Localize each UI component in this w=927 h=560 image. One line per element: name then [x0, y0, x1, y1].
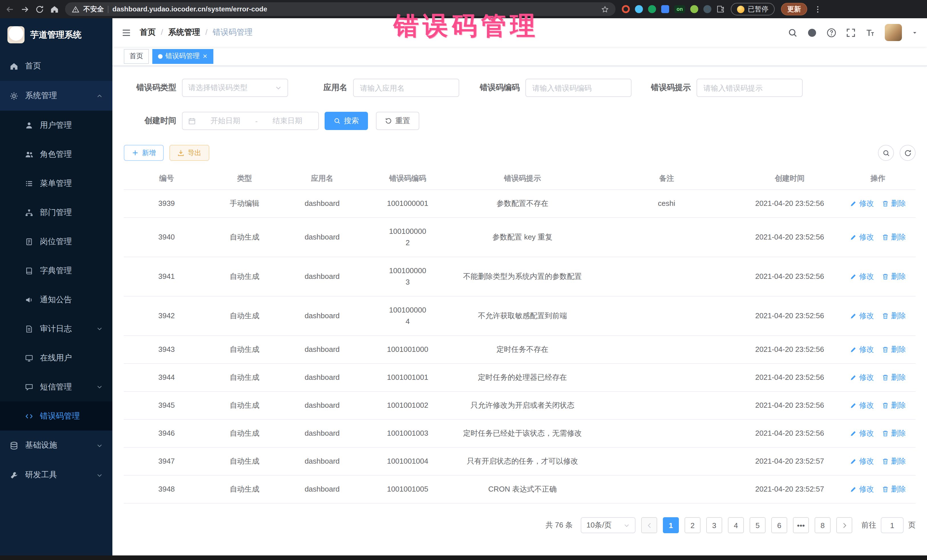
sidebar-subitem[interactable]: 通知公告 — [0, 285, 112, 314]
extension-icon[interactable] — [622, 5, 630, 13]
edit-link[interactable]: 修改 — [850, 271, 874, 282]
delete-link[interactable]: 删除 — [882, 456, 906, 467]
sidebar-item-home[interactable]: 首页 — [0, 51, 112, 81]
sidebar-subitem[interactable]: 菜单管理 — [0, 169, 112, 198]
caret-down-icon[interactable] — [912, 29, 918, 36]
app-title: 芋道管理系统 — [30, 29, 82, 40]
sidebar-subitem[interactable]: 用户管理 — [0, 111, 112, 140]
filter-hint: 错误码提示 — [651, 79, 802, 97]
cell-code: 1001001000 — [365, 336, 451, 363]
sidebar-subitem[interactable]: 角色管理 — [0, 140, 112, 169]
sidebar-item-infra[interactable]: 基础设施 — [0, 431, 112, 460]
error-type-select[interactable]: 请选择错误码类型 — [182, 79, 288, 97]
browser-home-icon[interactable] — [50, 5, 59, 14]
delete-link[interactable]: 删除 — [882, 400, 906, 411]
sidebar-item-system[interactable]: 系统管理 — [0, 81, 112, 111]
forward-icon[interactable] — [21, 5, 29, 14]
fullscreen-icon[interactable] — [846, 28, 856, 37]
add-button[interactable]: 新增 — [124, 145, 164, 161]
delete-link[interactable]: 删除 — [882, 344, 906, 355]
page-button[interactable]: 1 — [663, 517, 679, 533]
tab-dot-icon — [158, 54, 163, 58]
tab-close-icon[interactable] — [202, 54, 208, 59]
sidebar-subitem[interactable]: 岗位管理 — [0, 227, 112, 256]
delete-link[interactable]: 删除 — [882, 198, 906, 209]
delete-link[interactable]: 删除 — [882, 372, 906, 383]
error-hint-input[interactable] — [696, 79, 802, 97]
edit-link[interactable]: 修改 — [850, 310, 874, 322]
extension-icon[interactable] — [635, 5, 643, 13]
help-icon[interactable] — [827, 28, 836, 37]
sidebar-subitem[interactable]: 字典管理 — [0, 256, 112, 285]
tab[interactable]: 首页 — [124, 49, 149, 64]
page-button[interactable]: ••• — [793, 517, 809, 533]
toggle-search-icon[interactable] — [878, 145, 894, 161]
breadcrumb-item[interactable]: 系统管理 — [156, 27, 200, 38]
extension-icon[interactable] — [661, 5, 669, 13]
reset-button[interactable]: 重置 — [376, 112, 419, 130]
edit-link-label: 修改 — [859, 232, 874, 243]
edit-link[interactable]: 修改 — [850, 372, 874, 383]
delete-link[interactable]: 删除 — [882, 428, 906, 439]
bookmark-star-icon[interactable] — [601, 5, 609, 13]
page-button[interactable]: 8 — [815, 517, 831, 533]
edit-link[interactable]: 修改 — [850, 232, 874, 243]
edit-link[interactable]: 修改 — [850, 344, 874, 355]
reload-icon[interactable] — [35, 5, 44, 14]
page-size-select[interactable]: 10条/页 — [581, 517, 635, 533]
page-button[interactable]: 3 — [706, 517, 722, 533]
next-page-button[interactable] — [836, 517, 852, 533]
cell-id: 3941 — [124, 263, 209, 290]
back-icon[interactable] — [6, 5, 14, 14]
extension-icon[interactable] — [648, 5, 656, 13]
font-size-icon[interactable] — [865, 28, 875, 37]
delete-link[interactable]: 删除 — [882, 271, 906, 282]
sidebar-toggle-icon[interactable] — [122, 28, 131, 37]
export-button[interactable]: 导出 — [169, 145, 209, 161]
edit-link[interactable]: 修改 — [850, 400, 874, 411]
refresh-table-icon[interactable] — [900, 145, 916, 161]
logo[interactable]: 芋道管理系统 — [0, 18, 112, 51]
page-button[interactable]: 2 — [685, 517, 701, 533]
search-button[interactable]: 搜索 — [325, 112, 368, 130]
breadcrumb-item[interactable]: 首页 — [140, 27, 156, 38]
chevron-up-icon — [96, 93, 103, 99]
delete-link[interactable]: 删除 — [882, 232, 906, 243]
github-icon[interactable] — [807, 28, 817, 37]
search-icon[interactable] — [788, 28, 798, 37]
edit-link[interactable]: 修改 — [850, 456, 874, 467]
error-code-input[interactable] — [526, 79, 632, 97]
extensions-puzzle-icon[interactable] — [716, 5, 725, 13]
breadcrumb-item[interactable]: 错误码管理 — [200, 27, 253, 38]
goto-page-input[interactable] — [881, 517, 904, 533]
page-button[interactable]: 5 — [749, 517, 766, 533]
edit-link[interactable]: 修改 — [850, 484, 874, 495]
browser-menu-icon[interactable] — [813, 5, 822, 14]
tab[interactable]: 错误码管理 — [152, 49, 213, 64]
paused-chip[interactable]: 已暂停 — [731, 3, 775, 15]
update-button[interactable]: 更新 — [781, 3, 807, 15]
sidebar-subitem[interactable]: 错误码管理 — [0, 401, 112, 431]
sidebar-subitem[interactable]: 短信管理 — [0, 372, 112, 401]
prev-page-button[interactable] — [641, 517, 657, 533]
sidebar-item-devtools[interactable]: 研发工具 — [0, 460, 112, 490]
user-avatar[interactable] — [885, 24, 902, 41]
app-name-input[interactable] — [353, 79, 459, 97]
delete-link-label: 删除 — [891, 372, 906, 383]
sidebar-subitem[interactable]: 在线用户 — [0, 343, 112, 372]
submenu-icon — [25, 354, 33, 362]
page-button[interactable]: 6 — [771, 517, 787, 533]
extension-icon[interactable] — [704, 5, 711, 13]
edit-link[interactable]: 修改 — [850, 428, 874, 439]
extension-badge[interactable]: on — [674, 5, 685, 13]
edit-link[interactable]: 修改 — [850, 198, 874, 209]
delete-link[interactable]: 删除 — [882, 310, 906, 322]
extension-icon[interactable] — [690, 5, 698, 13]
sidebar-subitem[interactable]: 部门管理 — [0, 198, 112, 227]
page-button[interactable]: 4 — [728, 517, 744, 533]
sidebar-subitem[interactable]: 审计日志 — [0, 314, 112, 343]
delete-link[interactable]: 删除 — [882, 484, 906, 495]
cell-remark: ceshi — [594, 190, 739, 217]
address-bar[interactable]: 不安全 dashboard.yudao.iocoder.cn/system/er… — [65, 2, 615, 16]
date-range-picker[interactable]: 开始日期 - 结束日期 — [182, 112, 319, 130]
